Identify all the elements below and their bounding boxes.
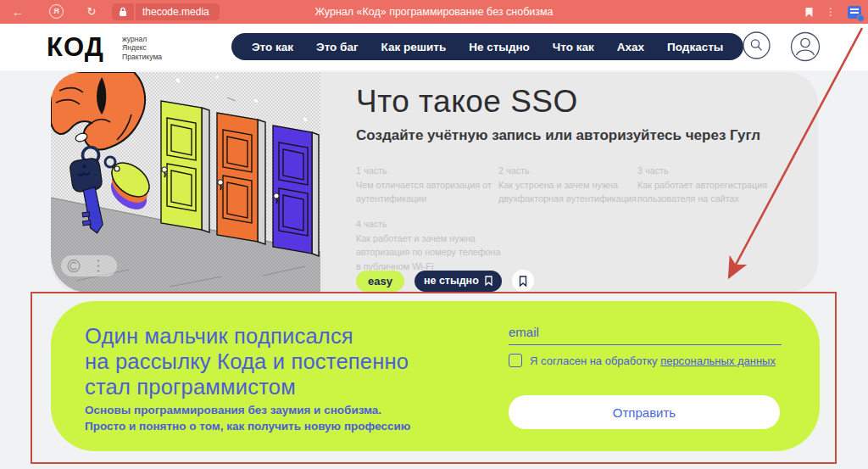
nav-item-podkasty[interactable]: Подкасты [667, 41, 723, 53]
part-text: Как устроена и зачем нужна двухфакторная… [498, 178, 647, 206]
nav-item-ahah[interactable]: Ахах [617, 41, 644, 53]
search-icon[interactable] [743, 31, 771, 63]
newsletter-description: Основы программирования без заумия и сно… [85, 403, 410, 435]
part-label: 3 часть [637, 164, 773, 178]
site-logo[interactable]: КОД [47, 32, 104, 63]
nav-item-eto-kak[interactable]: Это как [252, 41, 293, 53]
personal-data-link[interactable]: персональных данных [660, 355, 776, 367]
part-text: Чем отличается авторизация от аутентифик… [356, 178, 504, 206]
tagline-line: Яндекс [122, 43, 162, 52]
site-tagline: журнал Яндекс Практикума [122, 35, 162, 61]
save-bookmark-button[interactable] [512, 270, 534, 292]
image-credit-pill [61, 255, 117, 276]
tagline-line: журнал [122, 35, 162, 43]
heading-line: Один мальчик подписался [85, 323, 409, 349]
article-title[interactable]: Что такое SSO [356, 84, 578, 120]
part-text: Как работает и зачем нужна авторизация п… [356, 232, 504, 274]
address-bar[interactable]: thecode.media [112, 3, 220, 20]
part-label: 4 часть [356, 217, 504, 232]
browser-menu-icon[interactable]: ⋮ [826, 7, 836, 17]
bookmark-icon [519, 276, 527, 287]
part-label: 1 часть [356, 164, 504, 178]
tag-category-label: не стыдно [424, 275, 479, 287]
hero-illustration-doors-keys [51, 72, 320, 293]
consent-checkbox[interactable] [509, 354, 522, 367]
part-4: 4 часть Как работает и зачем нужна автор… [356, 217, 504, 274]
part-3: 3 часть Как работает авторегистрация пол… [637, 164, 773, 206]
consent-row: Я согласен на обработку персональных дан… [509, 354, 782, 367]
tag-difficulty[interactable]: easy [356, 271, 404, 292]
bookmark-page-icon[interactable] [804, 7, 814, 18]
submit-button[interactable]: Отправить [509, 395, 780, 429]
consent-label: Я согласен на обработку персональных дан… [530, 355, 776, 367]
nav-item-kak-reshit[interactable]: Как решить [381, 41, 447, 53]
description-line: Основы программирования без заумия и сно… [85, 403, 410, 419]
nav-item-ne-stydno[interactable]: Не стыдно [469, 41, 530, 53]
part-label: 2 часть [498, 164, 647, 178]
url-text[interactable]: thecode.media [136, 3, 220, 20]
part-text: Как работает авторегистрация пользовател… [637, 178, 773, 206]
description-line: Просто и понятно о том, как получить нов… [85, 419, 410, 435]
article-hero-card[interactable]: Что такое SSO Создайте учётную запись ил… [51, 72, 818, 293]
browser-back-icon[interactable]: ← [10, 5, 25, 19]
newsletter-heading: Один мальчик подписался на рассылку Кода… [85, 323, 409, 399]
heading-line: на рассылку Кода и постепенно [85, 349, 409, 374]
subscribe-form: Я согласен на обработку персональных дан… [509, 301, 782, 451]
tag-row: easy не стыдно [356, 270, 534, 292]
bookmark-icon [485, 276, 492, 286]
main-nav: Это как Это баг Как решить Не стыдно Что… [231, 33, 743, 60]
part-2: 2 часть Как устроена и зачем нужна двухф… [498, 164, 647, 206]
profile-icon[interactable] [790, 31, 821, 65]
tag-category[interactable]: не стыдно [415, 271, 502, 292]
part-1: 1 часть Чем отличается авторизация от ау… [356, 164, 504, 206]
site-header: КОД журнал Яндекс Практикума Это как Это… [0, 24, 868, 70]
extension-icon[interactable] [848, 6, 861, 19]
ssl-lock-icon[interactable] [112, 3, 134, 20]
browser-bar: ← Я ↻ thecode.media Журнал «Код» програм… [0, 0, 868, 24]
heading-line: стал программистом [85, 374, 409, 399]
nav-item-chto-kak[interactable]: Что как [553, 41, 594, 53]
email-input[interactable] [509, 320, 782, 345]
browser-reload-icon[interactable]: ↻ [85, 4, 98, 18]
consent-text: Я согласен на обработку [530, 355, 660, 367]
yandex-home-icon[interactable]: Я [49, 4, 64, 19]
newsletter-panel: Один мальчик подписался на рассылку Кода… [51, 301, 820, 451]
nav-item-eto-bag[interactable]: Это баг [316, 41, 359, 53]
article-subtitle: Создайте учётную запись или авторизуйтес… [356, 127, 760, 144]
tagline-line: Практикума [122, 53, 162, 61]
